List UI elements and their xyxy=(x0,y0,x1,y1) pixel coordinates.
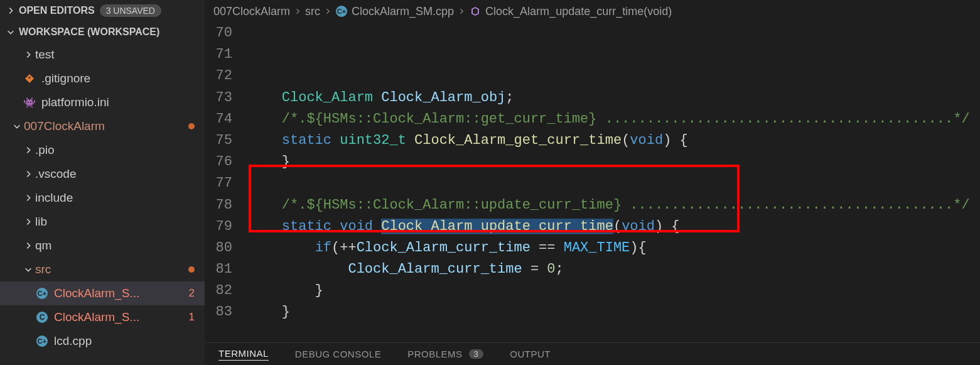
unsaved-badge: 3 UNSAVED xyxy=(100,4,161,17)
tree-folder-lib[interactable]: lib xyxy=(0,210,205,234)
tree-label: .gitignore xyxy=(41,72,90,85)
tree-folder-qm[interactable]: qm xyxy=(0,234,205,258)
chevron-right-icon xyxy=(23,216,34,227)
code-line[interactable]: Clock_Alarm Clock_Alarm_obj; xyxy=(249,87,980,109)
line-number: 72 xyxy=(205,65,232,87)
cpp-icon: C+ xyxy=(35,334,49,348)
open-editors-label: OPEN EDITORS xyxy=(19,5,95,16)
code-line[interactable] xyxy=(249,324,980,342)
open-editors-header[interactable]: OPEN EDITORS 3 UNSAVED xyxy=(0,0,205,21)
line-number: 73 xyxy=(205,87,232,109)
tree-folder-vscode[interactable]: .vscode xyxy=(0,162,205,186)
chevron-right-icon xyxy=(23,240,34,251)
error-count-badge: 1 xyxy=(189,311,195,324)
code-content[interactable]: Clock_Alarm Clock_Alarm_obj; /*.${HSMs::… xyxy=(249,23,980,342)
line-number: 82 xyxy=(205,280,232,302)
line-number: 74 xyxy=(205,109,232,130)
cpp-icon: C+ xyxy=(35,286,49,300)
line-number: 81 xyxy=(205,259,232,280)
code-line[interactable]: } xyxy=(249,280,980,302)
line-number: 80 xyxy=(205,237,232,259)
breadcrumb-src[interactable]: src xyxy=(305,5,320,18)
code-editor[interactable]: 7071727374757677787980818283 Clock_Alarm… xyxy=(205,23,980,342)
tree-file-platformio[interactable]: 👾 platformio.ini xyxy=(0,90,205,114)
git-icon xyxy=(23,72,36,85)
breadcrumb-root[interactable]: 007ClockAlarm xyxy=(213,5,290,18)
symbol-method-icon xyxy=(469,5,482,18)
chevron-right-icon xyxy=(5,5,16,16)
chevron-right-icon xyxy=(23,49,34,60)
tree-label: include xyxy=(35,191,73,205)
tree-folder-src[interactable]: src xyxy=(0,258,205,281)
tree-file-clockalarm-sm-h[interactable]: C ClockAlarm_S... 1 xyxy=(0,305,205,329)
line-gutter: 7071727374757677787980818283 xyxy=(205,23,249,342)
line-number: 70 xyxy=(205,23,232,44)
code-line[interactable]: } xyxy=(249,302,980,323)
chevron-right-icon xyxy=(23,192,34,204)
breadcrumb-symbol[interactable]: Clock_Alarm_update_curr_time(void) xyxy=(485,5,672,18)
tree-label: test xyxy=(35,48,55,62)
breadcrumb[interactable]: 007ClockAlarm src C+ ClockAlarm_SM.cpp C… xyxy=(205,0,980,23)
code-line[interactable] xyxy=(249,173,980,194)
tree-folder-pio[interactable]: .pio xyxy=(0,138,205,162)
chevron-right-icon xyxy=(458,5,465,18)
chevron-right-icon xyxy=(324,5,331,18)
tree-folder-test[interactable]: test xyxy=(0,43,205,67)
chevron-down-icon xyxy=(5,26,16,38)
tab-problems[interactable]: PROBLEMS 3 xyxy=(407,349,483,359)
tree-label: ClockAlarm_S... xyxy=(54,310,139,324)
code-line[interactable]: } xyxy=(249,151,980,173)
code-line[interactable]: /*.${HSMs::Clock_Alarm::update_curr_time… xyxy=(249,195,980,216)
chevron-down-icon xyxy=(11,121,23,132)
panel-tabs: TERMINAL DEBUG CONSOLE PROBLEMS 3 OUTPUT xyxy=(205,342,980,365)
tree-label: qm xyxy=(35,239,51,253)
file-tree: test .gitignore 👾 platformio.ini 007Cloc… xyxy=(0,43,205,365)
line-number: 79 xyxy=(205,216,232,237)
tab-terminal[interactable]: TERMINAL xyxy=(218,348,269,361)
code-line[interactable]: /*.${HSMs::Clock_Alarm::get_curr_time} .… xyxy=(249,109,980,130)
line-number: 83 xyxy=(205,302,232,323)
cpp-icon: C+ xyxy=(335,5,348,18)
modified-indicator-icon xyxy=(188,266,195,273)
tree-folder-include[interactable]: include xyxy=(0,186,205,210)
tree-label: 007ClockAlarm xyxy=(24,119,105,133)
tree-label: .vscode xyxy=(35,167,76,181)
line-number: 75 xyxy=(205,130,232,151)
tree-folder-007clockalarm[interactable]: 007ClockAlarm xyxy=(0,114,205,138)
c-icon: C xyxy=(35,310,49,324)
line-number: 77 xyxy=(205,173,232,194)
code-line[interactable]: Clock_Alarm_curr_time = 0; xyxy=(249,259,980,280)
breadcrumb-file[interactable]: ClockAlarm_SM.cpp xyxy=(352,5,454,18)
sidebar: OPEN EDITORS 3 UNSAVED WORKSPACE (WORKSP… xyxy=(0,0,205,365)
line-number: 71 xyxy=(205,44,232,65)
problems-count-badge: 3 xyxy=(469,349,484,359)
workspace-header[interactable]: WORKSPACE (WORKSPACE) xyxy=(0,21,205,43)
code-line[interactable]: static void Clock_Alarm_update_curr_time… xyxy=(249,216,980,237)
tree-file-lcd-cpp[interactable]: C+ lcd.cpp xyxy=(0,329,205,353)
tree-label: lcd.cpp xyxy=(54,334,92,348)
main-area: 007ClockAlarm src C+ ClockAlarm_SM.cpp C… xyxy=(205,0,980,365)
tab-problems-label: PROBLEMS xyxy=(407,349,462,359)
chevron-right-icon xyxy=(23,144,34,156)
tree-file-gitignore[interactable]: .gitignore xyxy=(0,67,205,90)
tree-label: platformio.ini xyxy=(41,95,109,109)
modified-indicator-icon xyxy=(188,123,195,129)
chevron-right-icon xyxy=(294,5,301,18)
code-line[interactable]: static uint32_t Clock_Alarm_get_curr_tim… xyxy=(249,130,980,151)
workspace-label: WORKSPACE (WORKSPACE) xyxy=(19,26,159,38)
chevron-right-icon xyxy=(23,168,34,180)
line-number: 76 xyxy=(205,151,232,173)
tab-output[interactable]: OUTPUT xyxy=(510,349,551,359)
chevron-down-icon xyxy=(23,264,34,275)
tree-label: src xyxy=(35,263,51,276)
platformio-icon: 👾 xyxy=(23,95,36,109)
tree-label: ClockAlarm_S... xyxy=(54,286,139,300)
error-count-badge: 2 xyxy=(189,287,195,300)
tree-file-clockalarm-sm-cpp[interactable]: C+ ClockAlarm_S... 2 xyxy=(0,281,205,305)
line-number: 78 xyxy=(205,195,232,216)
tree-label: lib xyxy=(35,215,47,229)
tab-debug-console[interactable]: DEBUG CONSOLE xyxy=(295,349,381,359)
tree-label: .pio xyxy=(35,143,55,157)
code-line[interactable]: if(++Clock_Alarm_curr_time == MAX_TIME){ xyxy=(249,237,980,259)
